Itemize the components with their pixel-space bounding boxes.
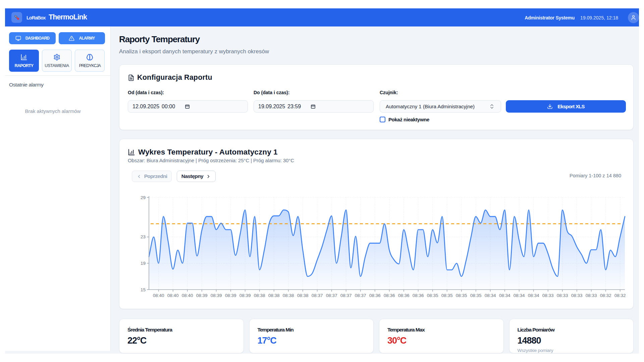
svg-text:08:37: 08:37: [326, 293, 337, 298]
svg-text:29: 29: [141, 195, 146, 200]
svg-text:08:37: 08:37: [355, 293, 366, 298]
svg-text:08:32: 08:32: [600, 293, 611, 298]
svg-text:08:39: 08:39: [225, 293, 236, 298]
svg-text:08:35: 08:35: [470, 293, 482, 298]
svg-text:08:38: 08:38: [283, 293, 294, 298]
svg-text:08:38: 08:38: [254, 293, 265, 298]
svg-text:08:32: 08:32: [614, 293, 626, 298]
svg-text:08:36: 08:36: [413, 293, 424, 298]
svg-text:19: 19: [141, 261, 146, 266]
svg-text:08:35: 08:35: [427, 293, 438, 298]
svg-text:08:36: 08:36: [369, 293, 381, 298]
svg-text:08:35: 08:35: [456, 293, 467, 298]
svg-text:08:36: 08:36: [384, 293, 395, 298]
svg-text:08:39: 08:39: [239, 293, 251, 298]
svg-text:08:33: 08:33: [542, 293, 554, 298]
svg-text:08:38: 08:38: [297, 293, 309, 298]
svg-text:08:33: 08:33: [571, 293, 583, 298]
svg-text:08:34: 08:34: [499, 293, 511, 298]
svg-text:08:37: 08:37: [312, 293, 323, 298]
svg-text:08:33: 08:33: [557, 293, 568, 298]
svg-text:08:40: 08:40: [182, 293, 193, 298]
svg-text:23: 23: [141, 234, 146, 239]
svg-text:08:35: 08:35: [441, 293, 453, 298]
svg-text:08:39: 08:39: [211, 293, 222, 298]
svg-text:08:37: 08:37: [340, 293, 352, 298]
svg-text:08:39: 08:39: [196, 293, 208, 298]
svg-text:08:40: 08:40: [167, 293, 179, 298]
svg-text:08:34: 08:34: [485, 293, 496, 298]
svg-text:15: 15: [141, 287, 146, 292]
svg-text:08:34: 08:34: [514, 293, 525, 298]
svg-text:08:40: 08:40: [153, 293, 164, 298]
svg-text:08:33: 08:33: [586, 293, 597, 298]
svg-text:08:38: 08:38: [268, 293, 280, 298]
svg-text:08:36: 08:36: [398, 293, 410, 298]
svg-text:08:34: 08:34: [528, 293, 539, 298]
